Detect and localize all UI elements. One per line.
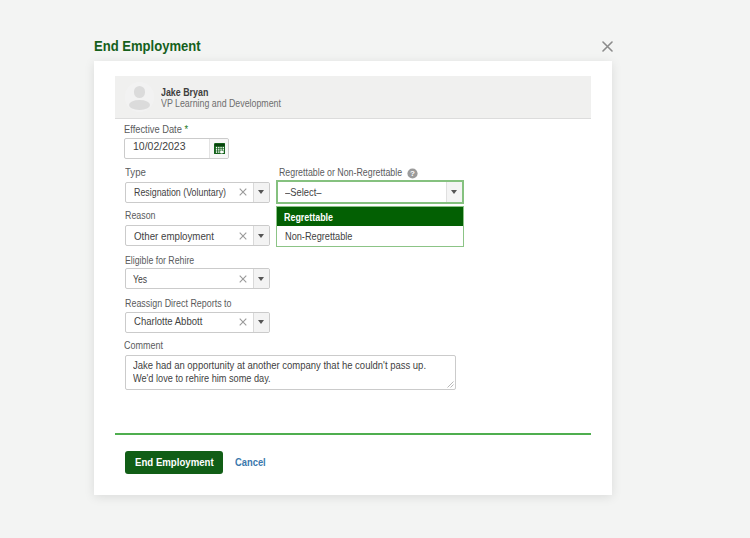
svg-text:?: ? (410, 170, 415, 179)
